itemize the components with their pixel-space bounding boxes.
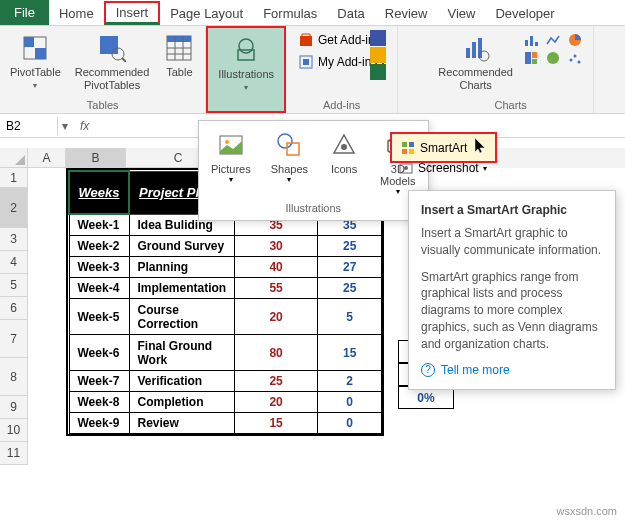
cell-worked[interactable]: 0 [317, 392, 381, 413]
tab-pagelayout[interactable]: Page Layout [160, 1, 253, 25]
tab-home[interactable]: Home [49, 1, 104, 25]
scatter-chart-icon[interactable] [567, 50, 583, 66]
file-tab[interactable]: File [0, 0, 49, 25]
tab-developer[interactable]: Developer [485, 1, 564, 25]
th-weeks[interactable]: Weeks [69, 171, 129, 214]
cell-week[interactable]: Week-6 [69, 335, 129, 371]
pivottable-label: PivotTable [10, 66, 61, 79]
illustrations-button[interactable]: Illustrations ▾ [212, 32, 280, 94]
watermark: wsxsdn.com [556, 505, 617, 517]
cell-worked[interactable]: 2 [317, 371, 381, 392]
bing-icon[interactable] [370, 47, 386, 63]
my-addins-label: My Add-ins [318, 55, 377, 69]
cell-sched[interactable]: 40 [235, 257, 318, 278]
cell-worked[interactable]: 27 [317, 257, 381, 278]
svg-rect-20 [472, 42, 476, 58]
cell-week[interactable]: Week-8 [69, 392, 129, 413]
treemap-icon[interactable] [523, 50, 539, 66]
name-box[interactable]: B2 [0, 117, 58, 135]
row-header[interactable]: 9 [0, 396, 28, 419]
fx-icon[interactable]: fx [72, 119, 97, 133]
map-chart-icon[interactable] [545, 50, 561, 66]
cell-sched[interactable]: 55 [235, 278, 318, 299]
cell-sched[interactable]: 80 [235, 335, 318, 371]
gallery-shapes[interactable]: Shapes ▾ [263, 125, 316, 200]
cell-week[interactable]: Week-3 [69, 257, 129, 278]
col-header-b[interactable]: B [66, 148, 126, 168]
cell-week[interactable]: Week-7 [69, 371, 129, 392]
tab-formulas[interactable]: Formulas [253, 1, 327, 25]
table-icon [163, 32, 195, 64]
cell-worked[interactable]: 25 [317, 236, 381, 257]
visio-icon[interactable] [370, 30, 386, 46]
row-header[interactable]: 8 [0, 358, 28, 396]
row-header[interactable]: 2 [0, 188, 28, 228]
cell-sched[interactable]: 30 [235, 236, 318, 257]
cell-week[interactable]: Week-9 [69, 413, 129, 434]
svg-point-33 [577, 61, 580, 64]
cell-sched[interactable]: 15 [235, 413, 318, 434]
cell-sched[interactable]: 20 [235, 392, 318, 413]
row-header[interactable]: 1 [0, 168, 28, 188]
svg-rect-29 [532, 59, 537, 64]
row-header[interactable]: 4 [0, 251, 28, 274]
cell-sched[interactable]: 20 [235, 299, 318, 335]
svg-rect-24 [530, 36, 533, 46]
tab-review[interactable]: Review [375, 1, 438, 25]
tab-view[interactable]: View [437, 1, 485, 25]
cell-phase[interactable]: Final Ground Work [129, 335, 235, 371]
dropdown-icon: ▾ [287, 175, 291, 184]
cell-week[interactable]: Week-5 [69, 299, 129, 335]
cell-phase[interactable]: Planning [129, 257, 235, 278]
gallery-pictures[interactable]: Pictures ▾ [203, 125, 259, 200]
table-label: Table [166, 66, 192, 79]
col-header-a[interactable]: A [28, 148, 66, 168]
select-all-corner[interactable] [0, 148, 28, 168]
tab-data[interactable]: Data [327, 1, 374, 25]
screenshot-button[interactable]: Screenshot ▾ [390, 158, 495, 178]
svg-rect-13 [300, 36, 312, 46]
dropdown-icon: ▾ [33, 81, 37, 90]
gallery-icons[interactable]: Icons [320, 125, 368, 200]
pie-chart-icon[interactable] [567, 32, 583, 48]
svg-rect-25 [535, 42, 538, 46]
store-icon [298, 32, 314, 48]
cell-worked[interactable]: 25 [317, 278, 381, 299]
recommended-charts-icon [460, 32, 492, 64]
cell-week[interactable]: Week-4 [69, 278, 129, 299]
row-header[interactable]: 10 [0, 419, 28, 442]
people-icon[interactable] [370, 64, 386, 80]
row-header[interactable]: 11 [0, 442, 28, 465]
cell-phase[interactable]: Ground Survey [129, 236, 235, 257]
column-chart-icon[interactable] [523, 32, 539, 48]
table-button[interactable]: Table [157, 30, 201, 81]
cell-phase[interactable]: Completion [129, 392, 235, 413]
pictures-icon [215, 129, 247, 161]
recommended-charts-button[interactable]: Recommended Charts [432, 30, 519, 94]
cell-phase[interactable]: Implementation [129, 278, 235, 299]
line-chart-icon[interactable] [545, 32, 561, 48]
illustrations-group[interactable]: Illustrations ▾ [206, 26, 286, 113]
row-header[interactable]: 5 [0, 274, 28, 297]
svg-point-36 [278, 134, 292, 148]
tooltip-para1: Insert a SmartArt graphic to visually co… [421, 225, 603, 259]
gallery-group-label: Illustrations [203, 200, 424, 216]
cell-week[interactable]: Week-1 [69, 214, 129, 236]
row-header[interactable]: 6 [0, 297, 28, 320]
cell-week[interactable]: Week-2 [69, 236, 129, 257]
cell-phase[interactable]: Review [129, 413, 235, 434]
tooltip-tellmemore[interactable]: ? Tell me more [421, 363, 603, 377]
tab-insert[interactable]: Insert [104, 1, 161, 25]
cell-sched[interactable]: 25 [235, 371, 318, 392]
row-header[interactable]: 7 [0, 320, 28, 358]
cell-worked[interactable]: 15 [317, 335, 381, 371]
cell-phase[interactable]: Verification [129, 371, 235, 392]
row-header[interactable]: 3 [0, 228, 28, 251]
recommended-pivot-button[interactable]: Recommended PivotTables [69, 30, 156, 94]
pivottable-button[interactable]: PivotTable ▾ [4, 30, 67, 92]
cell-worked[interactable]: 5 [317, 299, 381, 335]
name-box-dropdown[interactable]: ▾ [58, 119, 72, 133]
cell-worked[interactable]: 0 [317, 413, 381, 434]
addins-icon [298, 54, 314, 70]
cell-phase[interactable]: Course Correction [129, 299, 235, 335]
